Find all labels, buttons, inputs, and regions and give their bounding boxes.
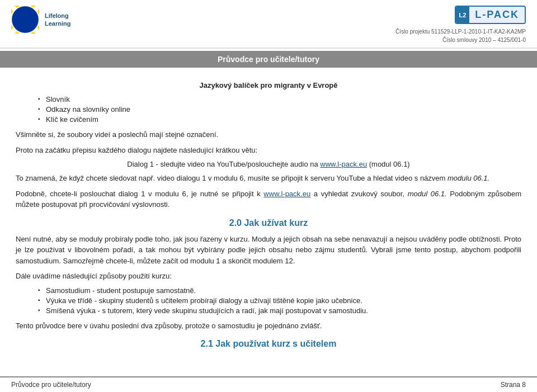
para3: Tento průvodce bere v úvahu poslední dva… [16, 320, 521, 332]
lpack-label: L-PACK [475, 9, 519, 21]
main-content: Jazykový balíček pro migranty v Evropě S… [0, 68, 537, 386]
dialog-link[interactable]: www.l-pack.eu [320, 160, 367, 168]
list-item: Samostudium - student postupuje samostat… [38, 286, 521, 295]
section-heading-20: 2.0 Jak užívat kurz [16, 218, 521, 228]
list-item: Klíč ke cvičením [38, 115, 521, 124]
title-bar-label: Průvodce pro učitele/tutory [218, 55, 319, 64]
subtitle: Jazykový balíček pro migranty v Evropě [16, 81, 521, 89]
title-bar: Průvodce pro učitele/tutory [0, 51, 537, 68]
list-item: Odkazy na slovníky online [38, 105, 521, 114]
dialog-block: Dialog 1 - sledujte video na YouTube/pos… [16, 160, 521, 168]
notice-paragraph: Všimněte si, že soubory videí a poslechů… [16, 129, 521, 140]
para2-intro: Dále uvádíme následující způsoby použití… [16, 271, 521, 282]
intro-bullet-list: Slovník Odkazy na slovníky online Klíč k… [38, 95, 521, 124]
lifelong-learning-logo: Lifelong Learning [45, 12, 70, 28]
para1: Není nutné, aby se moduly probíraly podl… [16, 234, 521, 267]
eu-flag-icon [11, 6, 39, 34]
note2-link[interactable]: www.l-pack.eu [263, 190, 310, 198]
section-heading-21: 2.1 Jak používat kurz s učitelem [16, 339, 521, 349]
footer-left: Průvodce pro učitele/tutory [11, 381, 91, 389]
list-item: Smíšená výuka - s tutorem, který vede sk… [38, 306, 521, 315]
svg-point-0 [12, 6, 39, 33]
dialog-intro-paragraph: Proto na začátku přepisu každého dialogu… [16, 145, 521, 156]
footer-right: Strana 8 [501, 381, 526, 389]
lpack-logo-block: L2 L-PACK Číslo projektu 511529-LLP-1-20… [395, 6, 526, 44]
project-info: Číslo projektu 511529-LLP-1-2010-1-IT-KA… [395, 27, 526, 44]
usage-bullet-list: Samostudium - student postupuje samostat… [38, 286, 521, 315]
page-footer: Průvodce pro učitele/tutory Strana 8 [0, 376, 537, 392]
list-item: Slovník [38, 95, 521, 103]
list-item: Výuka ve třídě - skupiny studentů s učit… [38, 296, 521, 305]
eu-logo-block: Lifelong Learning [11, 6, 70, 34]
note1-paragraph: To znamená, že když chcete sledovat např… [16, 173, 521, 184]
page-header: Lifelong Learning L2 L-PACK Číslo projek… [0, 0, 537, 49]
note2-paragraph: Podobně, chcete-li poslouchat dialog 1 v… [16, 188, 521, 210]
